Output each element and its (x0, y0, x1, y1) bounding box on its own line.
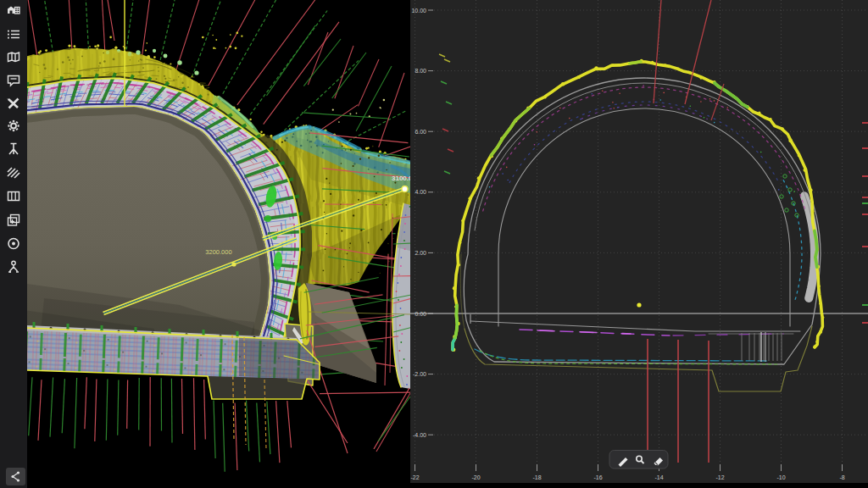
svg-text:3200.000: 3200.000 (205, 248, 231, 256)
svg-text:10.00: 10.00 (411, 8, 426, 14)
svg-text:-14: -14 (654, 474, 663, 480)
svg-text:3100.0: 3100.0 (392, 175, 410, 182)
svg-text:-2.00: -2.00 (413, 371, 426, 377)
svg-text:2.00: 2.00 (415, 250, 426, 256)
svg-text:-10: -10 (776, 474, 785, 480)
svg-text:-18: -18 (532, 474, 541, 480)
svg-text:-16: -16 (593, 474, 602, 480)
svg-text:-22: -22 (410, 474, 419, 480)
svg-text:-20: -20 (471, 474, 480, 480)
svg-text:-8: -8 (839, 474, 844, 480)
svg-text:8.00: 8.00 (415, 68, 426, 74)
svg-text:-12: -12 (715, 474, 724, 480)
svg-text:-4.00: -4.00 (413, 432, 426, 438)
svg-text:6.00: 6.00 (415, 129, 426, 135)
svg-text:4.00: 4.00 (415, 189, 426, 195)
